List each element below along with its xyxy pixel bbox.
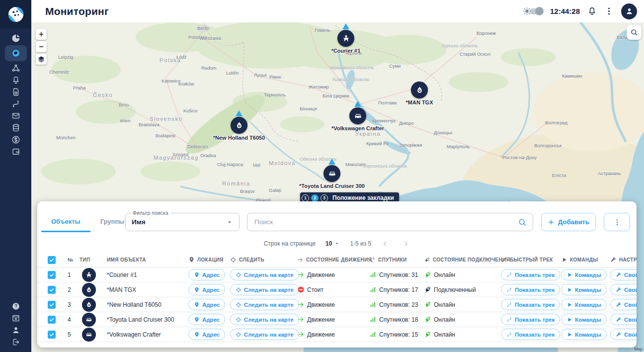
address-button[interactable]: Адрес — [188, 329, 225, 340]
sidebar-item-devices[interactable] — [5, 86, 27, 98]
table-body: 1 *Courier #1 Адрес Следить на карте Дви… — [37, 267, 637, 342]
col-settings[interactable]: НАСТРОЙКИ — [610, 257, 637, 263]
previous-page-button[interactable] — [381, 240, 389, 248]
commands-button[interactable]: Команды — [561, 269, 607, 280]
header-menu-button[interactable] — [604, 6, 614, 16]
col-object-name[interactable]: ИМЯ ОБЪЕКТА — [107, 257, 188, 263]
commands-button[interactable]: Команды — [561, 299, 607, 310]
sidebar-item-billing[interactable] — [5, 134, 27, 146]
col-follow[interactable]: СЛЕДИТЬ — [230, 257, 297, 263]
map-search-button[interactable] — [627, 25, 642, 40]
show-track-button[interactable]: Показать трек — [501, 329, 560, 340]
show-track-button[interactable]: Показать трек — [501, 269, 560, 280]
connection-plug-icon — [424, 301, 431, 308]
follow-on-map-button[interactable]: Следить на карте — [230, 269, 299, 280]
layers-button[interactable] — [36, 54, 47, 65]
panel-menu-button[interactable] — [604, 213, 630, 231]
map-place-label: Луцьк — [254, 72, 267, 78]
notifications-button[interactable] — [587, 6, 597, 16]
sidebar-item-routes[interactable] — [5, 98, 27, 110]
pin-icon — [194, 272, 200, 278]
sidebar-item-monitoring[interactable] — [5, 45, 27, 61]
play-icon — [566, 332, 572, 338]
user-avatar[interactable] — [621, 3, 637, 19]
map-place-label: Вінниця — [300, 106, 317, 111]
col-satellites[interactable]: СПУТНИКИ — [369, 257, 424, 263]
satellites-signal-icon — [369, 316, 377, 323]
search-icon[interactable] — [518, 218, 527, 227]
search-filter-select[interactable]: Фильтр поиска Имя — [125, 213, 240, 231]
address-button[interactable]: Адрес — [188, 299, 225, 310]
settings-button[interactable]: Свойства — [610, 329, 637, 340]
rows-per-page-select[interactable]: 10 — [325, 240, 340, 247]
vehicle-marker-icon[interactable] — [337, 30, 354, 47]
vehicle-marker-icon[interactable] — [411, 82, 428, 98]
search-input[interactable] — [253, 218, 518, 226]
zoom-out-button[interactable]: − — [36, 41, 47, 52]
col-movement[interactable]: СОСТОЯНИЕ ДВИЖЕНИЯ — [297, 257, 369, 263]
show-track-button[interactable]: Показать трек — [501, 284, 560, 295]
sidebar-item-help[interactable] — [5, 300, 27, 312]
vehicle-marker-icon[interactable] — [231, 117, 247, 134]
sidebar-item-profile[interactable] — [5, 324, 27, 336]
vehicle-marker-icon[interactable] — [349, 107, 366, 124]
sidebar-item-dashboard[interactable] — [5, 32, 27, 44]
sidebar-item-alerts[interactable] — [5, 74, 27, 86]
crosshair-icon — [236, 332, 242, 338]
map-place-label: Slovensko — [150, 116, 183, 122]
zoom-in-button[interactable]: + — [36, 29, 47, 40]
follow-on-map-button[interactable]: Следить на карте — [230, 284, 299, 295]
col-connection[interactable]: СОСТОЯНИЕ ПОДКЛЮЧЕНИЯ — [424, 257, 501, 263]
sidebar-item-messages[interactable] — [5, 110, 27, 122]
sidebar-item-payments[interactable] — [5, 146, 27, 158]
commands-button[interactable]: Команды — [561, 314, 607, 325]
settings-button[interactable]: Свойства — [610, 314, 637, 325]
col-location[interactable]: ЛОКАЦИЯ — [188, 257, 230, 263]
row-checkbox[interactable] — [48, 316, 56, 324]
theme-toggle[interactable] — [522, 6, 543, 16]
vehicle-marker-icon[interactable] — [323, 165, 340, 182]
add-button[interactable]: Добавить — [541, 213, 596, 231]
map-place-label: Ростов-на-Дону — [502, 155, 537, 160]
show-track-button[interactable]: Показать трек — [501, 299, 560, 310]
pie-icon — [11, 34, 20, 43]
row-checkbox[interactable] — [48, 331, 56, 339]
select-all-checkbox[interactable] — [48, 256, 56, 264]
show-track-button[interactable]: Показать трек — [501, 314, 560, 325]
row-number: 5 — [62, 331, 80, 338]
map-place-label: Донецьк — [434, 130, 452, 135]
sidebar-item-logout[interactable] — [5, 336, 27, 348]
follow-on-map-button[interactable]: Следить на карте — [230, 314, 299, 325]
col-quick-track[interactable]: БЫСТРЫЙ ТРЕК — [501, 257, 561, 263]
sidebar-item-apps[interactable] — [5, 312, 27, 324]
address-button[interactable]: Адрес — [188, 314, 225, 325]
movement-label: Движение — [307, 271, 335, 278]
map-place-label: Katowice — [161, 78, 181, 84]
settings-button[interactable]: Свойства — [610, 299, 637, 310]
commands-button[interactable]: Команды — [561, 284, 607, 295]
col-type[interactable]: ТИП — [80, 257, 107, 263]
sidebar-item-storage[interactable] — [5, 122, 27, 134]
settings-button[interactable]: Свойства — [610, 269, 637, 280]
follow-on-map-button[interactable]: Следить на карте — [230, 299, 299, 310]
map-place-label: Гомель — [315, 27, 330, 33]
row-checkbox[interactable] — [48, 271, 56, 279]
row-checkbox[interactable] — [48, 301, 56, 309]
step-3-badge: 3 — [321, 194, 328, 202]
next-page-button[interactable] — [402, 240, 410, 248]
address-button[interactable]: Адрес — [188, 269, 225, 280]
row-checkbox[interactable] — [48, 286, 56, 294]
tab-objects[interactable]: Объекты — [41, 212, 90, 232]
col-number[interactable]: № — [62, 257, 80, 263]
app-logo[interactable] — [0, 0, 31, 28]
connection-label: Онлайн — [434, 301, 455, 308]
address-button[interactable]: Адрес — [188, 284, 225, 295]
map-place-label: Старий Оскол — [460, 51, 490, 57]
settings-button[interactable]: Свойства — [610, 284, 637, 295]
col-commands[interactable]: КОМАНДЫ — [561, 257, 610, 263]
follow-on-map-button[interactable]: Следить на карте — [230, 329, 299, 340]
sidebar-item-tracking[interactable] — [5, 62, 27, 74]
map-place-label: Маріуполь — [447, 144, 470, 149]
connection-status: Онлайн — [424, 331, 501, 338]
commands-button[interactable]: Команды — [561, 329, 607, 340]
